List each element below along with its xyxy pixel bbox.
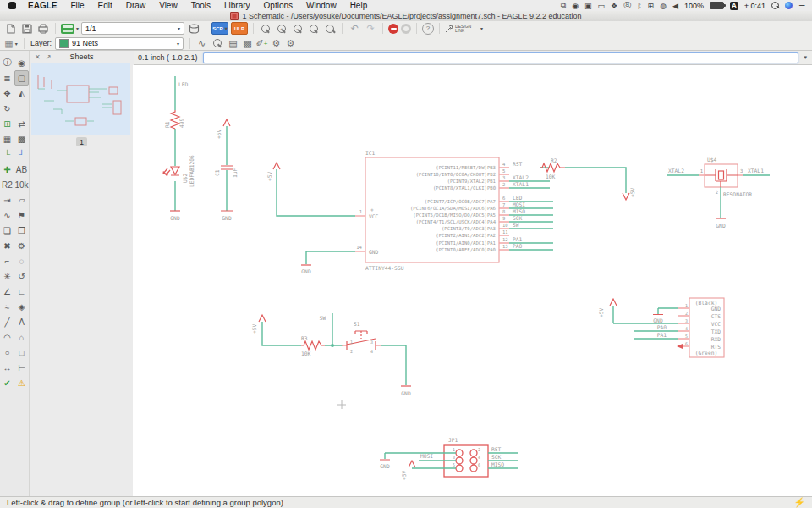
pinswap-tool-icon[interactable]: ⇄ <box>14 116 29 131</box>
component-ic1-attiny44[interactable]: IC1 ATTINY44-SSU + VCC GND (PCINT11/RESE… <box>365 150 553 271</box>
component-switch-circuit[interactable]: +5V R3 10K SW S1 1 2 3 4 GND <box>251 313 411 396</box>
arc-tool-icon[interactable]: ◠ <box>0 329 14 345</box>
meander-tool-icon[interactable]: ≈ <box>0 299 14 314</box>
open-file-button[interactable] <box>4 22 18 35</box>
display-layers-tool-icon[interactable]: ≣ <box>0 70 14 86</box>
camera-icon[interactable]: ◉ <box>572 2 579 10</box>
settings-gear-1-icon[interactable]: ⚙ <box>271 38 282 49</box>
menu-library[interactable]: Library <box>217 1 257 10</box>
help-button[interactable]: ? <box>422 23 434 35</box>
component-isp-header[interactable]: JP1 1 2 3 4 5 6 GND MOSI +5V RST SCK MIS… <box>380 437 518 480</box>
monitor-icon[interactable]: ▭ <box>598 2 606 10</box>
route-tool-icon[interactable]: ⌐ <box>0 253 14 268</box>
smash-tool-icon[interactable]: ✳ <box>0 268 14 284</box>
label-tool-icon[interactable]: AB <box>14 162 29 177</box>
info-tool-icon[interactable]: ⓘ <box>0 55 14 70</box>
undo-button[interactable]: ↶ <box>348 22 361 35</box>
menu-eagle[interactable]: EAGLE <box>21 1 63 10</box>
ulp-button[interactable]: ULP <box>231 22 248 35</box>
highlight-tool-icon[interactable]: ◈ <box>14 299 29 314</box>
text-tool-icon[interactable]: A <box>14 314 29 329</box>
component-r2-pullup[interactable]: R2 10K +5V <box>540 157 635 200</box>
line-tool-icon[interactable]: ╱ <box>0 314 14 329</box>
dimension-tool-icon[interactable]: ↔ <box>0 360 14 375</box>
net-vcc-feed[interactable]: +5V 1 <box>266 163 365 216</box>
sheet-selector-dropdown[interactable]: 1/1 <box>81 22 184 35</box>
grid-button[interactable]: ▦ <box>4 37 18 50</box>
input-source-indicator[interactable]: A <box>730 2 738 10</box>
print-button[interactable] <box>36 22 50 35</box>
polygon-tool-icon[interactable]: ▱ <box>14 192 29 207</box>
net-signal-icon[interactable]: ∿ <box>196 38 207 49</box>
replace-tool-icon[interactable]: ▦ <box>0 131 14 146</box>
circle-tool-icon[interactable]: ○ <box>0 345 14 360</box>
layer-dropdown[interactable]: 91 Nets <box>55 37 184 50</box>
menu-tools[interactable]: Tools <box>184 1 217 10</box>
copy-group-tool-icon[interactable]: ↺ <box>14 268 29 284</box>
zoom-select-button[interactable] <box>323 24 337 34</box>
command-history-caret-icon[interactable]: ▾ <box>804 54 807 61</box>
ripup-tool-icon[interactable]: ◌ <box>14 253 29 268</box>
eye-show-tool-icon[interactable]: ◉ <box>14 55 29 70</box>
polygon-shape-tool-icon[interactable]: ⌂ <box>14 329 29 345</box>
attach-plus-icon[interactable]: ✐+ <box>256 38 267 49</box>
group-select-tool-icon[interactable]: ▢ <box>14 70 29 86</box>
scr-script-button[interactable]: SCR <box>211 22 228 35</box>
chip-view-1-icon[interactable]: ▤ <box>228 38 239 49</box>
apple-menu-icon[interactable] <box>8 2 16 9</box>
settings-gear-2-icon[interactable]: ⚙ <box>285 38 296 49</box>
component-resonator[interactable]: U$4 RESONATOR XTAL2 XTAL1 1 3 2 GND <box>667 157 770 229</box>
palette-spacer[interactable] <box>14 101 29 116</box>
gateswap-tool-icon[interactable]: ▩ <box>14 131 29 146</box>
obs-icon[interactable]: ▣ <box>584 2 592 10</box>
miter-tool-icon[interactable]: ∟ <box>14 284 29 299</box>
bluetooth-icon[interactable]: ᛒ <box>637 2 641 10</box>
mirror-tool-icon[interactable]: ◭ <box>14 86 29 101</box>
redo-button[interactable]: ↷ <box>364 22 377 35</box>
spotlight-icon[interactable] <box>771 2 779 9</box>
component-led-branch[interactable]: LED R1 499 U$2 LEDFAB1206 GND <box>163 76 195 221</box>
schematic-canvas[interactable]: LED R1 499 U$2 LEDFAB1206 GND +5V C1 1uF… <box>133 65 812 496</box>
menu-file[interactable]: File <box>63 1 91 10</box>
value-tool-icon[interactable]: 10k <box>14 177 29 192</box>
display-mirroring-icon[interactable]: ⧉ <box>561 1 566 10</box>
stop-button[interactable] <box>388 24 398 34</box>
zoom-redraw-button[interactable] <box>307 24 321 34</box>
menu-help[interactable]: Help <box>343 1 375 10</box>
split-tool-icon[interactable]: ∠ <box>0 284 14 299</box>
library-button[interactable] <box>187 22 200 35</box>
rotate-tool-icon[interactable]: ↻ <box>0 101 14 116</box>
schematic-board-switch-button[interactable] <box>61 22 79 35</box>
menu-window[interactable]: Window <box>299 1 343 10</box>
rect-tool-icon[interactable]: □ <box>14 345 29 360</box>
wire-bend-2-tool-icon[interactable]: ┘ <box>14 146 29 162</box>
paste-tool-icon[interactable]: ❐ <box>14 223 29 238</box>
design-link-dropdown[interactable]: DESIGN LINK <box>445 25 483 33</box>
component-ftdi-header[interactable]: (Black) (Green) GND CTS VCC TXD RXD RTS … <box>598 298 724 357</box>
timer-text[interactable]: ± 0:41 <box>744 2 765 10</box>
junction-tool-icon[interactable]: ✚ <box>0 162 14 177</box>
zoom-fit-button[interactable] <box>259 24 272 34</box>
zoom-in-button[interactable]: + <box>275 24 288 34</box>
screen-record-icon[interactable]: ◍ <box>660 2 667 10</box>
copy-tool-icon[interactable]: ❏ <box>0 223 14 238</box>
menu-draw[interactable]: Draw <box>119 1 152 10</box>
invoke-tool-icon[interactable]: ⇥ <box>0 192 14 207</box>
change-wrench-tool-icon[interactable]: ⚙ <box>14 238 29 253</box>
siri-icon[interactable] <box>785 2 793 9</box>
bus-tool-icon[interactable]: ∿ <box>0 207 14 223</box>
volume-icon[interactable]: ◀ <box>672 2 678 10</box>
name-tool-icon[interactable]: R2 <box>0 177 14 192</box>
add-part-tool-icon[interactable]: ⊞ <box>0 116 14 131</box>
zoom-tool-icon[interactable] <box>211 38 224 48</box>
notification-center-icon[interactable]: ☰ <box>798 2 805 10</box>
popout-panel-icon[interactable]: ↗ <box>46 53 52 61</box>
chip-view-2-icon[interactable]: ▩ <box>242 38 253 49</box>
wire-bend-1-tool-icon[interactable]: └ <box>0 146 14 162</box>
save-button[interactable] <box>20 22 34 35</box>
menu-edit[interactable]: Edit <box>91 1 119 10</box>
menu-options[interactable]: Options <box>257 1 299 10</box>
dropbox-icon[interactable]: ❖ <box>611 2 617 10</box>
command-input[interactable] <box>203 52 799 64</box>
sheet-thumbnail[interactable] <box>31 64 130 135</box>
